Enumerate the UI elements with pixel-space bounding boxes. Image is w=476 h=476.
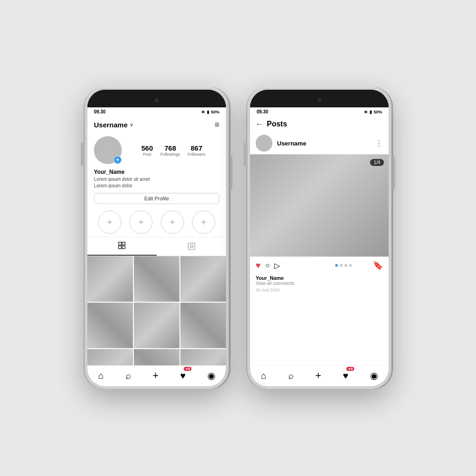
photo-9[interactable] <box>180 349 226 365</box>
story-add-3[interactable]: + <box>161 211 184 234</box>
story-add-1[interactable]: + <box>98 211 121 234</box>
nav-heart-1[interactable]: ♥ ♥ 9 <box>180 370 185 381</box>
post-counter: 1/4 <box>370 159 384 166</box>
post-avatar <box>256 135 272 152</box>
profile-name: Your_Name <box>87 167 226 176</box>
search-icon-2: ⌕ <box>288 370 294 381</box>
photo-1[interactable] <box>87 256 133 302</box>
phone-inner-2: 09.30 ≋ ▮ 50% ← Posts Username ⋮ <box>250 90 389 386</box>
profile-icon-1: ◉ <box>207 370 215 381</box>
action-icons: ♥ ○ ▷ <box>256 261 314 271</box>
phone-inner-1: 09.30 ≋ ▮ 50% Username ∨ ≡ <box>87 90 226 386</box>
post-caption: Your_Name View all comments <box>250 274 389 287</box>
more-options-icon[interactable]: ⋮ <box>375 139 383 148</box>
post-date: 28 Juni 2020 <box>250 287 389 294</box>
nav-profile-1[interactable]: ◉ <box>207 370 215 381</box>
like-button[interactable]: ♥ <box>256 261 261 271</box>
photo-4[interactable] <box>87 303 133 348</box>
following-count: 768 <box>165 144 176 152</box>
profile-icon-2: ◉ <box>370 370 378 381</box>
wifi-icon-1: ≋ <box>201 110 205 114</box>
followers-count: 867 <box>191 144 202 152</box>
story-add-4[interactable]: + <box>192 211 215 234</box>
posts-count: 560 <box>141 144 153 152</box>
share-button[interactable]: ▷ <box>274 261 280 270</box>
phone-profile: 09.30 ≋ ▮ 50% Username ∨ ≡ <box>85 87 229 389</box>
photo-3[interactable] <box>180 256 226 302</box>
screen-1: 09.30 ≋ ▮ 50% Username ∨ ≡ <box>87 107 226 386</box>
nav-heart-2[interactable]: ♥ ♥ 9 <box>343 370 348 381</box>
photo-2[interactable] <box>134 256 179 302</box>
likes-count-1: 9 <box>188 367 190 370</box>
nav-add-2[interactable]: + <box>315 370 321 382</box>
profile-bio: Lorem ipsum dolor sit amet Lorem ipsum d… <box>87 176 226 189</box>
nav-search-1[interactable]: ⌕ <box>126 370 131 381</box>
edit-profile-button[interactable]: Edit Profile <box>94 193 219 204</box>
dot-4 <box>349 264 352 267</box>
header-username: Username <box>94 121 128 129</box>
add-story-button[interactable]: + <box>113 156 122 164</box>
nav-home-2[interactable]: ⌂ <box>261 370 266 381</box>
likes-badge-1: ♥ 9 <box>184 367 192 371</box>
notch-1 <box>87 90 226 107</box>
photo-7[interactable] <box>87 349 133 365</box>
nav-add-1[interactable]: + <box>152 370 159 382</box>
photo-5[interactable] <box>134 303 179 348</box>
status-right-1: ≋ ▮ 50% <box>201 110 219 114</box>
svg-rect-3 <box>122 246 125 249</box>
nav-search-2[interactable]: ⌕ <box>288 370 294 381</box>
photo-6[interactable] <box>180 303 226 348</box>
comment-button[interactable]: ○ <box>265 261 270 270</box>
camera-2 <box>317 99 321 102</box>
profile-tabs <box>87 237 226 256</box>
add-icon-2: + <box>315 370 321 382</box>
heart-badge-icon: ♥ <box>185 367 187 370</box>
chevron-down-icon: ∨ <box>130 122 133 127</box>
post-image[interactable]: 1/4 <box>250 154 389 257</box>
nav-home-1[interactable]: ⌂ <box>98 370 104 381</box>
carousel-dots <box>314 264 373 267</box>
wifi-icon-2: ≋ <box>364 110 368 114</box>
bio-line1: Lorem ipsum dolor sit amet <box>94 176 219 183</box>
following-label: Followings <box>160 152 180 157</box>
photo-8[interactable] <box>134 349 179 365</box>
status-right-2: ≋ ▮ 50% <box>364 110 382 114</box>
svg-point-5 <box>190 245 193 248</box>
time-1: 09.30 <box>94 109 106 114</box>
battery-icon-2: ▮ <box>370 110 372 114</box>
battery-icon-1: ▮ <box>207 110 209 114</box>
svg-rect-1 <box>122 242 125 245</box>
username-header[interactable]: Username ∨ <box>94 121 133 129</box>
heart-icon-2: ♥ <box>343 370 348 381</box>
menu-icon[interactable]: ≡ <box>214 120 219 130</box>
likes-badge-2: ♥ 9 <box>346 367 354 371</box>
battery-pct-2: 50% <box>374 110 382 114</box>
photo-grid <box>87 256 226 365</box>
screen-2: 09.30 ≋ ▮ 50% ← Posts Username ⋮ <box>250 107 389 386</box>
heart-icon-1: ♥ <box>180 370 185 381</box>
phone-post: 09.30 ≋ ▮ 50% ← Posts Username ⋮ <box>247 87 391 389</box>
heart-badge-icon-2: ♥ <box>348 367 350 370</box>
nav-profile-2[interactable]: ◉ <box>370 370 378 381</box>
tab-tag[interactable] <box>157 237 226 256</box>
likes-count-2: 9 <box>351 367 353 370</box>
view-comments-link[interactable]: View all comments <box>256 281 383 286</box>
posts-label: Post <box>143 152 151 157</box>
bottom-nav-1: ⌂ ⌕ + ♥ ♥ 9 <box>87 365 226 386</box>
tab-grid[interactable] <box>87 237 157 256</box>
profile-header: Username ∨ ≡ <box>87 116 226 133</box>
caption-username: Your_Name <box>256 275 383 281</box>
back-button[interactable]: ← <box>256 120 263 128</box>
camera-1 <box>155 99 159 102</box>
home-icon-1: ⌂ <box>98 370 104 381</box>
post-header: ← Posts <box>250 116 389 132</box>
post-user-row: Username ⋮ <box>250 132 389 154</box>
status-bar-2: 09.30 ≋ ▮ 50% <box>250 107 389 116</box>
story-add-2[interactable]: + <box>129 211 152 234</box>
battery-pct-1: 50% <box>211 110 219 114</box>
stat-following: 768 Followings <box>160 144 180 157</box>
add-icon-1: + <box>152 370 159 382</box>
bookmark-button[interactable]: 🔖 <box>373 260 383 271</box>
post-actions: ♥ ○ ▷ 🔖 <box>250 257 389 274</box>
profile-stats: + 560 Post 768 Followings 867 <box>87 133 226 167</box>
